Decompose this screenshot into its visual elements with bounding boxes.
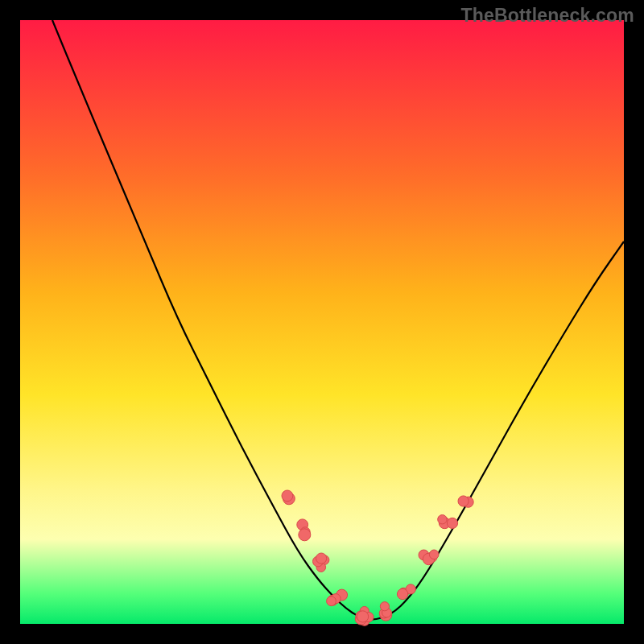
marker-dot [458, 496, 469, 506]
marker-dot [380, 602, 389, 611]
marker-dot [438, 515, 447, 524]
marker-dot [429, 550, 439, 559]
marker-dot [299, 529, 311, 541]
marker-dot [397, 588, 407, 599]
marker-dot [316, 553, 327, 564]
marker-dot [447, 518, 457, 528]
marker-dot [357, 611, 369, 622]
chart-overlay [0, 0, 644, 644]
marker-dot [327, 597, 336, 606]
bottleneck-curve [52, 20, 624, 619]
marker-dot [282, 490, 293, 502]
marker-group [282, 490, 473, 625]
